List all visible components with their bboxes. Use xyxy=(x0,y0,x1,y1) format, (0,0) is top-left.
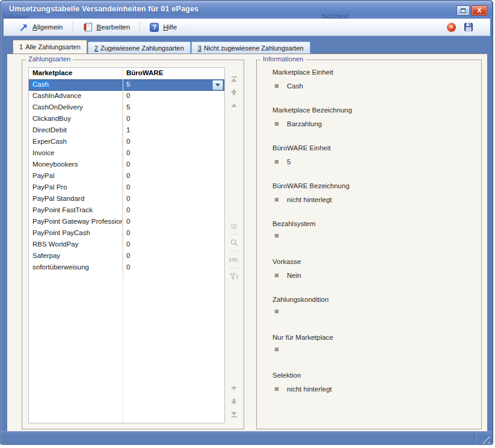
payments-table-body: Cash5CashInAdvance0CashOnDelivery5Clicka… xyxy=(29,79,224,274)
bearbeiten-label: Bearbeiten xyxy=(97,23,131,31)
table-row[interactable]: PayPoint PayCash0 xyxy=(29,228,224,239)
bullet-icon xyxy=(275,198,278,201)
resize-grip-icon[interactable] xyxy=(481,435,490,444)
status-bar-divider xyxy=(475,434,476,443)
info-groupbox-title: Informationen xyxy=(260,55,306,63)
chevron-down-icon xyxy=(215,84,220,87)
xml-icon[interactable]: XML xyxy=(228,254,240,265)
table-row[interactable]: ClickandBuy0 xyxy=(29,114,224,125)
table-row[interactable]: PayPal0 xyxy=(29,171,224,182)
content-panel: Zahlungsarten Marketplace BüroWARE Cash5… xyxy=(7,54,487,431)
table-row[interactable]: PayPoint Gateway Professional0 xyxy=(29,216,224,228)
info-field: Marketplace BezeichnungBarzahlung xyxy=(272,106,476,144)
table-row[interactable]: Saferpay0 xyxy=(29,251,224,262)
column-divider xyxy=(123,79,123,423)
column-header-bueroware[interactable]: BüroWARE xyxy=(123,68,224,79)
cancel-icon[interactable]: ✕ xyxy=(447,23,456,32)
info-field-value: Barzahlung xyxy=(287,120,322,127)
edit-document-icon xyxy=(83,22,93,32)
info-field: Marketplace EinheitCash xyxy=(272,69,476,106)
tab-2[interactable]: 2Zugewiesene Zahlungsarten xyxy=(88,41,191,54)
hilfe-button[interactable]: ? Hilfe xyxy=(147,20,179,34)
restore-icon xyxy=(461,8,466,13)
bullet-icon xyxy=(275,348,278,351)
move-up-icon[interactable] xyxy=(228,87,240,97)
window-title: Umsetzungstabelle Versandeinheiten für 0… xyxy=(9,5,198,13)
help-icon: ? xyxy=(150,23,159,32)
info-groupbox: Informationen Marketplace EinheitCashMar… xyxy=(256,60,482,429)
info-field-label: Vorkasse xyxy=(272,258,476,266)
info-field: BüroWARE Bezeichnungnicht hinterlegt xyxy=(272,182,476,220)
info-field-label: Bezahlsystem xyxy=(272,220,476,229)
table-row[interactable]: DirectDebit1 xyxy=(29,125,224,137)
info-field: Selektionnicht hinterlegt xyxy=(272,372,476,410)
save-icon[interactable] xyxy=(464,22,473,32)
info-fields: Marketplace EinheitCashMarketplace Bezei… xyxy=(272,69,476,410)
move-down-icon[interactable] xyxy=(228,396,240,407)
column-header-marketplace[interactable]: Marketplace xyxy=(29,68,123,79)
bullet-icon xyxy=(275,122,278,126)
filter-icon[interactable] xyxy=(228,271,240,281)
allgemein-label: Allgemein xyxy=(32,23,63,31)
info-field-label: Zahlungskondition xyxy=(272,296,476,304)
payments-groupbox-title: Zahlungsarten xyxy=(26,55,73,63)
bueroware-dropdown-button[interactable] xyxy=(212,80,223,90)
close-button[interactable]: X xyxy=(472,5,487,16)
info-field-value: Cash xyxy=(287,82,303,90)
table-row[interactable]: ExperCash0 xyxy=(29,137,224,148)
table-row[interactable]: PayPal Pro0 xyxy=(29,182,224,194)
scroll-down-icon[interactable] xyxy=(228,383,240,393)
info-field: Bezahlsystem xyxy=(272,220,476,258)
status-bar xyxy=(1,431,492,445)
bullet-icon xyxy=(275,310,278,313)
info-field-label: Nur für Marketplace xyxy=(272,334,476,342)
table-row[interactable]: Moneybookers0 xyxy=(29,159,224,171)
bearbeiten-button[interactable]: Bearbeiten xyxy=(81,20,133,34)
restore-button[interactable] xyxy=(457,5,470,16)
table-header-row: Marketplace BüroWARE xyxy=(29,68,224,79)
table-row[interactable]: Invoice0 xyxy=(29,148,224,159)
table-row[interactable]: CashInAdvance0 xyxy=(29,91,224,102)
info-field: VorkasseNein xyxy=(272,258,476,296)
toolbar-separator xyxy=(73,21,73,33)
allgemein-button[interactable]: Allgemein xyxy=(16,20,66,34)
search-icon[interactable] xyxy=(228,238,240,248)
info-field-value: nicht hinterlegt xyxy=(287,196,332,203)
move-to-bottom-icon[interactable] xyxy=(228,410,240,420)
info-field-label: Marketplace Einheit xyxy=(272,69,476,77)
tab-1[interactable]: 1Alle Zahlungsarten xyxy=(13,40,87,54)
table-row[interactable]: PayPoint FastTrack0 xyxy=(29,205,224,216)
toolbar-separator xyxy=(140,21,140,33)
side-toolbar: (||)XML xyxy=(227,67,241,423)
info-field: Zahlungskondition xyxy=(272,296,476,334)
bullet-icon xyxy=(275,274,278,277)
toolbar: Allgemein Bearbeiten ? Hilfe ✕ xyxy=(4,19,490,36)
info-field-value: Nein xyxy=(287,272,301,279)
info-field: BüroWARE Einheit5 xyxy=(272,144,476,182)
payments-groupbox: Zahlungsarten Marketplace BüroWARE Cash5… xyxy=(22,60,244,429)
payments-table[interactable]: Marketplace BüroWARE Cash5CashInAdvance0… xyxy=(28,67,225,423)
arrow-up-right-icon xyxy=(19,22,28,32)
move-to-top-icon[interactable] xyxy=(228,73,240,84)
info-field-label: Marketplace Bezeichnung xyxy=(272,106,476,115)
table-row[interactable]: Cash5 xyxy=(29,79,224,91)
columns-icon[interactable]: (||) xyxy=(228,221,240,231)
scroll-up-icon[interactable] xyxy=(228,100,240,110)
info-field-label: Selektion xyxy=(272,372,476,380)
table-row[interactable]: PayPal Standard0 xyxy=(29,194,224,205)
bullet-icon xyxy=(275,84,278,88)
table-row[interactable]: RBS WorldPay0 xyxy=(29,239,224,251)
tab-3[interactable]: 3Nicht zugewiesene Zahlungsarten xyxy=(191,41,310,54)
info-field-value: 5 xyxy=(287,158,291,165)
bullet-icon xyxy=(275,160,278,164)
info-field-value: nicht hinterlegt xyxy=(287,385,332,393)
icon-divider xyxy=(230,234,238,235)
hilfe-label: Hilfe xyxy=(163,23,177,31)
icon-divider xyxy=(230,251,238,251)
bullet-icon xyxy=(275,387,278,391)
table-row[interactable]: sofortüberweisung0 xyxy=(29,262,224,274)
tab-strip: 1Alle Zahlungsarten2Zugewiesene Zahlungs… xyxy=(7,40,486,54)
title-bar[interactable]: katalase Notiztext Umsetzungstabelle Ver… xyxy=(1,1,492,19)
info-field-label: BüroWARE Einheit xyxy=(272,144,476,153)
table-row[interactable]: CashOnDelivery5 xyxy=(29,102,224,114)
